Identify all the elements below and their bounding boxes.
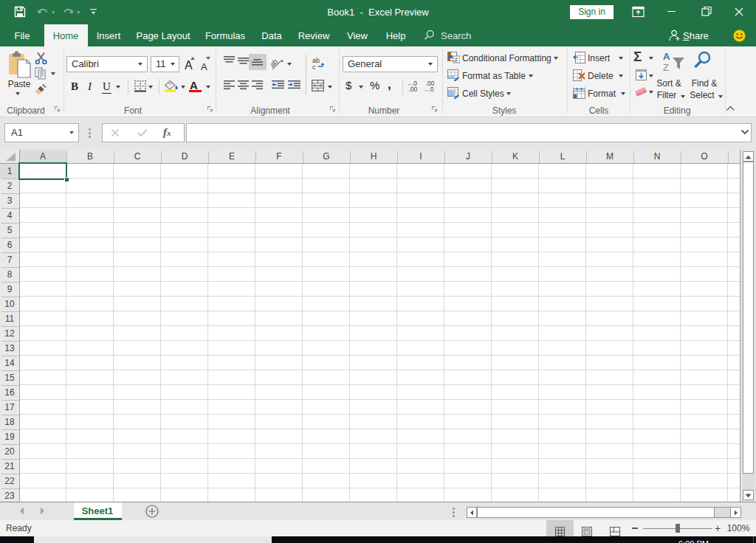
svg-text:→: → — [422, 86, 429, 92]
svg-text:≠: ≠ — [455, 56, 458, 63]
svg-text:c: c — [312, 63, 316, 70]
svg-text:.0: .0 — [429, 86, 434, 92]
svg-text:.00: .00 — [409, 86, 418, 92]
